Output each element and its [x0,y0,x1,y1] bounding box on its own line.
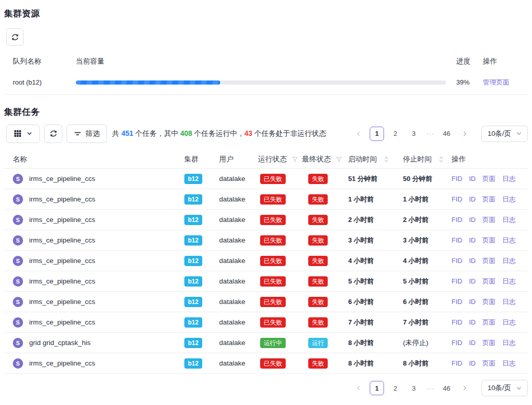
page-link[interactable]: 页面 [482,359,496,368]
page-46-button[interactable]: 46 [439,381,454,395]
page-3-button[interactable]: 3 [407,381,421,395]
id-link[interactable]: ID [469,236,476,244]
fid-link[interactable]: FID [452,277,462,285]
avatar: S [13,235,23,246]
page-link[interactable]: 页面 [482,297,496,307]
refresh-resources-button[interactable] [6,28,24,46]
task-name: irms_ce_pipeline_ccs [29,257,95,265]
next-page-button[interactable] [458,127,472,141]
user-cell: datalake [215,339,254,347]
id-link[interactable]: ID [469,195,476,203]
columns-settings-button[interactable] [6,125,40,143]
id-link[interactable]: ID [469,359,476,367]
start-time-cell: 2 小时前 [344,215,398,225]
filter-button[interactable]: 筛选 [67,125,107,143]
stop-time-cell: 50 分钟前 [398,174,452,184]
fid-link[interactable]: FID [452,175,462,183]
page-2-button[interactable]: 2 [388,381,402,395]
start-time-cell: 8 小时前 [344,338,398,348]
avatar: S [13,174,23,184]
grid-icon [14,130,22,137]
task-name: grid grid_cptask_his [29,339,91,347]
fid-link[interactable]: FID [452,359,462,367]
fid-link[interactable]: FID [452,318,462,326]
page-link[interactable]: 页面 [482,236,496,245]
log-link[interactable]: 日志 [502,297,516,307]
id-link[interactable]: ID [469,216,476,224]
filter-button-label: 筛选 [86,129,100,138]
pagination-bottom: 1 2 3 ··· 46 10条/页 [4,380,528,396]
task-name: irms_ce_pipeline_ccs [29,359,95,367]
task-name: irms_ce_pipeline_ccs [29,277,95,285]
table-row: Sgrid grid_cptask_his b12 datalake 运行中 运… [4,333,528,353]
page-3-button[interactable]: 3 [407,127,421,141]
page-size-value: 10条/页 [487,129,511,138]
id-link[interactable]: ID [469,277,476,285]
log-link[interactable]: 日志 [502,215,516,225]
refresh-icon [11,33,19,41]
task-name: irms_ce_pipeline_ccs [29,195,95,203]
log-link[interactable]: 日志 [502,318,516,327]
fid-link[interactable]: FID [452,216,462,224]
page-2-button[interactable]: 2 [388,127,402,141]
run-status-badge: 已失败 [260,256,286,266]
cluster-badge: b12 [184,194,202,205]
table-row: Sirms_ce_pipeline_ccs b12 datalake 已失败 失… [4,189,528,210]
refresh-tasks-button[interactable] [44,125,62,143]
page-link[interactable]: 页面 [482,338,496,348]
page-link[interactable]: 页面 [482,195,496,204]
cluster-badge: b12 [184,276,202,287]
final-status-filter-icon[interactable] [336,156,342,163]
start-time-sort-icon[interactable] [384,156,389,163]
run-status-filter-icon[interactable] [292,156,298,163]
page-link[interactable]: 页面 [482,256,496,266]
log-link[interactable]: 日志 [502,277,516,286]
id-link[interactable]: ID [469,175,476,183]
pagination-ellipsis[interactable]: ··· [424,130,436,137]
page-46-button[interactable]: 46 [439,127,454,141]
page-1-button[interactable]: 1 [370,381,384,395]
task-name: irms_ce_pipeline_ccs [29,298,95,306]
start-time-header: 启动时间 [348,155,377,164]
page-link[interactable]: 页面 [482,174,496,184]
prev-page-button[interactable] [351,127,366,141]
log-link[interactable]: 日志 [502,338,516,348]
next-page-button[interactable] [458,381,472,395]
final-status-badge: 失败 [308,174,328,184]
page-link[interactable]: 页面 [482,277,496,286]
fid-link[interactable]: FID [452,236,462,244]
manage-page-link[interactable]: 管理页面 [483,78,509,86]
user-cell: datalake [215,277,254,285]
prev-page-button[interactable] [351,381,366,395]
id-link[interactable]: ID [469,339,476,347]
log-link[interactable]: 日志 [502,195,516,204]
avatar: S [13,297,23,307]
log-link[interactable]: 日志 [502,236,516,245]
id-link[interactable]: ID [469,318,476,326]
log-link[interactable]: 日志 [502,359,516,368]
tasks-toolbar: 筛选 共 451 个任务，其中 408 个任务运行中，43 个任务处于非运行状态… [4,124,528,143]
fid-link[interactable]: FID [452,298,462,306]
run-status-badge: 已失败 [260,297,286,307]
pagination-ellipsis[interactable]: ··· [424,384,436,392]
avatar: S [13,194,23,205]
fid-link[interactable]: FID [452,339,462,347]
chevron-down-icon [516,386,522,391]
page-link[interactable]: 页面 [482,215,496,225]
page-size-select[interactable]: 10条/页 [481,380,528,396]
log-link[interactable]: 日志 [502,256,516,266]
cluster-badge: b12 [184,256,202,266]
page-size-select[interactable]: 10条/页 [481,126,528,142]
start-time-cell: 6 小时前 [344,297,398,307]
id-link[interactable]: ID [469,298,476,306]
page-1-button[interactable]: 1 [370,127,384,141]
log-link[interactable]: 日志 [502,174,516,184]
avatar: S [13,358,23,369]
page-link[interactable]: 页面 [482,318,496,327]
fid-link[interactable]: FID [452,257,462,265]
table-row: Sirms_ce_pipeline_ccs b12 datalake 已失败 失… [4,312,528,333]
stop-time-sort-icon[interactable] [439,156,443,163]
capacity-cell [76,80,451,85]
fid-link[interactable]: FID [452,195,462,203]
id-link[interactable]: ID [469,257,476,265]
